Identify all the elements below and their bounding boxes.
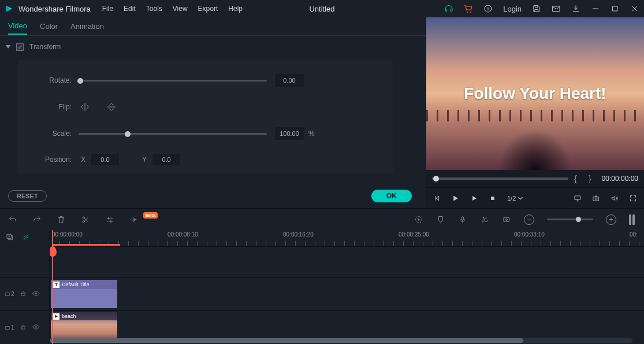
position-label: Position:	[29, 156, 79, 164]
app-title: Wondershare Filmora	[18, 5, 91, 13]
maximize-icon[interactable]	[611, 4, 620, 13]
menu-export[interactable]: Export	[198, 5, 218, 13]
position-y-input[interactable]	[152, 154, 180, 165]
position-x-input[interactable]	[91, 154, 119, 165]
menu-edit[interactable]: Edit	[124, 5, 136, 13]
volume-icon[interactable]	[611, 194, 619, 202]
preview-scrubber[interactable]	[432, 177, 568, 180]
beta-badge: Beta	[143, 212, 158, 219]
voiceover-button[interactable]	[458, 215, 467, 224]
zoom-in-button[interactable]: +	[606, 214, 616, 225]
visibility-track-icon[interactable]	[32, 290, 40, 299]
rotate-label: Rotate:	[29, 76, 79, 84]
flip-horizontal-button[interactable]	[79, 101, 91, 113]
scale-slider[interactable]	[79, 133, 267, 135]
split-button[interactable]	[81, 215, 90, 224]
lock-track-icon[interactable]	[20, 290, 27, 298]
transform-checkbox[interactable]: ✓	[16, 43, 24, 51]
flip-label: Flip:	[29, 103, 79, 111]
rotate-input[interactable]	[275, 74, 304, 87]
marker-button[interactable]	[436, 215, 445, 224]
svg-point-7	[595, 197, 597, 199]
play-forward-button[interactable]	[470, 194, 478, 202]
playhead[interactable]	[52, 230, 53, 344]
svg-rect-12	[504, 217, 509, 221]
transform-section-header[interactable]: ✓ Transform	[6, 43, 420, 51]
timeline-scrollbar[interactable]	[50, 338, 632, 343]
rotate-slider[interactable]	[79, 80, 267, 82]
snapshot-icon[interactable]	[592, 194, 600, 202]
preview-panel: Follow Your Heart! { } 00:00:00:00 1/2	[426, 17, 644, 208]
app-logo-icon	[5, 4, 14, 13]
zoom-fit-button[interactable]	[629, 214, 636, 225]
timeline-zoom-slider[interactable]	[547, 219, 593, 220]
support-icon[interactable]	[444, 4, 453, 13]
svg-rect-3	[453, 195, 453, 200]
expand-caret-icon[interactable]	[6, 45, 10, 49]
title-clip-label: Default Title	[62, 282, 90, 287]
info-icon[interactable]	[483, 4, 493, 13]
add-track-button[interactable]	[6, 233, 14, 243]
close-icon[interactable]	[630, 4, 639, 13]
visibility-track-icon[interactable]	[32, 323, 40, 332]
playhead-range	[52, 244, 120, 246]
timeline: 2 1 00:00:00:00 00:00:08:10 00:00:16:20 …	[0, 230, 644, 344]
delete-button[interactable]	[57, 215, 66, 224]
download-icon[interactable]	[571, 4, 580, 13]
mixer-button[interactable]	[480, 215, 489, 224]
document-title: Untitled	[309, 5, 334, 13]
svg-rect-16	[21, 293, 25, 295]
timeline-ruler[interactable]: 00:00:00:00 00:00:08:10 00:00:16:20 00:0…	[50, 230, 644, 246]
mail-icon[interactable]	[552, 4, 561, 13]
scale-unit: %	[308, 130, 315, 138]
cart-icon[interactable]	[464, 4, 473, 13]
tab-video[interactable]: Video	[8, 18, 27, 35]
svg-rect-15	[6, 293, 10, 295]
crop-button[interactable]	[502, 215, 511, 224]
position-x-label: X	[81, 156, 85, 164]
zoom-out-button[interactable]: −	[524, 214, 534, 225]
timeline-toolbar: Beta − +	[0, 208, 644, 230]
svg-point-20	[35, 326, 36, 327]
display-icon[interactable]	[574, 194, 582, 202]
ok-button[interactable]: OK	[371, 190, 412, 202]
audio-beat-button[interactable]	[129, 215, 139, 224]
tab-color[interactable]: Color	[40, 19, 58, 34]
redo-button[interactable]	[32, 215, 42, 224]
reset-button[interactable]: RESET	[8, 190, 47, 202]
play-button[interactable]	[452, 194, 460, 202]
properties-panel: Video Color Animation ✓ Transform Rotate…	[0, 17, 426, 208]
save-icon[interactable]	[532, 4, 541, 13]
scale-input[interactable]	[275, 127, 304, 140]
position-y-label: Y	[142, 156, 147, 164]
fullscreen-icon[interactable]	[629, 194, 637, 202]
preview-timecode: 00:00:00:00	[602, 175, 638, 183]
link-button[interactable]	[22, 233, 30, 243]
minimize-icon[interactable]	[591, 4, 600, 13]
stop-button[interactable]	[489, 194, 497, 202]
menu-file[interactable]: File	[102, 5, 113, 13]
preview-zoom-combo[interactable]: 1/2	[507, 195, 523, 202]
mark-in-out[interactable]: { }	[574, 174, 595, 183]
title-clip[interactable]: TDefault Title	[51, 280, 117, 308]
menu-help[interactable]: Help	[228, 5, 243, 13]
render-button[interactable]	[414, 215, 423, 224]
title-track[interactable]: TDefault Title	[50, 277, 644, 310]
svg-rect-5	[575, 195, 580, 199]
main-menu: File Edit Tools View Export Help	[102, 5, 243, 13]
menu-view[interactable]: View	[173, 5, 188, 13]
adjust-button[interactable]	[105, 215, 114, 224]
lock-track-icon[interactable]	[20, 324, 27, 332]
preview-viewport[interactable]: Follow Your Heart!	[426, 17, 644, 170]
undo-button[interactable]	[8, 215, 17, 224]
menu-tools[interactable]: Tools	[146, 5, 162, 13]
svg-point-13	[506, 219, 508, 220]
flip-vertical-button[interactable]	[105, 101, 118, 113]
transform-label: Transform	[29, 43, 61, 51]
prev-frame-button[interactable]	[433, 194, 441, 202]
tab-animation[interactable]: Animation	[70, 19, 104, 34]
svg-rect-2	[613, 6, 617, 11]
video-clip-type-icon: ▶	[53, 313, 59, 320]
svg-point-17	[35, 293, 36, 294]
login-button[interactable]: Login	[503, 5, 522, 13]
